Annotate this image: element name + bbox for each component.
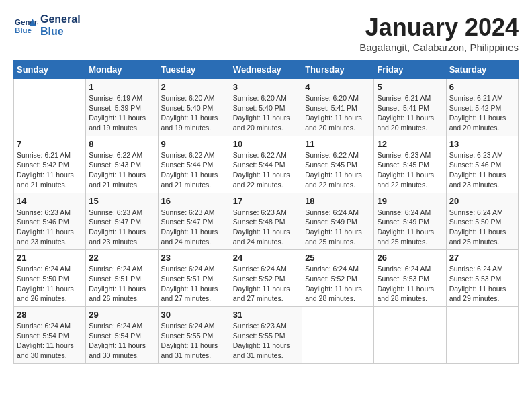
day-number: 16 (161, 196, 227, 206)
calendar-cell: 2Sunrise: 6:20 AMSunset: 5:40 PMDaylight… (158, 79, 230, 136)
calendar-cell: 27Sunrise: 6:24 AMSunset: 5:53 PMDayligh… (446, 250, 518, 307)
day-info: Sunrise: 6:24 AMSunset: 5:54 PMDaylight:… (89, 321, 154, 361)
day-info: Sunrise: 6:24 AMSunset: 5:53 PMDaylight:… (377, 264, 443, 304)
calendar-cell: 24Sunrise: 6:24 AMSunset: 5:52 PMDayligh… (230, 250, 302, 307)
header-day-wednesday: Wednesday (230, 60, 302, 79)
day-info: Sunrise: 6:21 AMSunset: 5:42 PMDaylight:… (17, 150, 83, 190)
calendar-cell: 26Sunrise: 6:24 AMSunset: 5:53 PMDayligh… (374, 250, 446, 307)
day-number: 2 (161, 82, 227, 92)
calendar-cell (374, 307, 446, 364)
day-number: 27 (449, 253, 515, 263)
day-info: Sunrise: 6:23 AMSunset: 5:46 PMDaylight:… (449, 150, 515, 190)
day-info: Sunrise: 6:24 AMSunset: 5:52 PMDaylight:… (305, 264, 371, 304)
day-info: Sunrise: 6:21 AMSunset: 5:42 PMDaylight:… (449, 93, 515, 133)
day-info: Sunrise: 6:23 AMSunset: 5:46 PMDaylight:… (17, 208, 83, 247)
day-info: Sunrise: 6:20 AMSunset: 5:40 PMDaylight:… (233, 93, 299, 133)
day-info: Sunrise: 6:23 AMSunset: 5:48 PMDaylight:… (233, 208, 299, 247)
day-number: 7 (17, 139, 83, 149)
day-info: Sunrise: 6:20 AMSunset: 5:41 PMDaylight:… (305, 93, 371, 133)
day-info: Sunrise: 6:24 AMSunset: 5:49 PMDaylight:… (377, 208, 443, 247)
day-number: 31 (233, 310, 299, 320)
day-info: Sunrise: 6:21 AMSunset: 5:41 PMDaylight:… (377, 93, 443, 133)
header-day-monday: Monday (86, 60, 158, 79)
logo-icon: General Blue (13, 15, 38, 36)
day-number: 18 (305, 196, 371, 206)
calendar-cell (302, 307, 374, 364)
calendar-cell: 17Sunrise: 6:23 AMSunset: 5:48 PMDayligh… (230, 193, 302, 250)
calendar-cell: 4Sunrise: 6:20 AMSunset: 5:41 PMDaylight… (302, 79, 374, 136)
day-number: 30 (161, 310, 227, 320)
calendar-cell: 1Sunrise: 6:19 AMSunset: 5:39 PMDaylight… (86, 79, 158, 136)
day-info: Sunrise: 6:23 AMSunset: 5:45 PMDaylight:… (377, 150, 443, 190)
calendar-cell: 19Sunrise: 6:24 AMSunset: 5:49 PMDayligh… (374, 193, 446, 250)
calendar-cell: 3Sunrise: 6:20 AMSunset: 5:40 PMDaylight… (230, 79, 302, 136)
calendar-cell: 25Sunrise: 6:24 AMSunset: 5:52 PMDayligh… (302, 250, 374, 307)
title-area: January 2024 Bagalangit, Calabarzon, Phi… (359, 13, 519, 53)
calendar-cell: 18Sunrise: 6:24 AMSunset: 5:49 PMDayligh… (302, 193, 374, 250)
day-number: 12 (377, 139, 443, 149)
day-info: Sunrise: 6:22 AMSunset: 5:43 PMDaylight:… (89, 150, 154, 190)
calendar-cell: 7Sunrise: 6:21 AMSunset: 5:42 PMDaylight… (14, 136, 86, 193)
day-number: 3 (233, 82, 299, 92)
calendar-cell: 23Sunrise: 6:24 AMSunset: 5:51 PMDayligh… (158, 250, 230, 307)
header: General Blue General Blue January 2024 B… (13, 13, 519, 53)
header-day-friday: Friday (374, 60, 446, 79)
day-number: 17 (233, 196, 299, 206)
calendar-cell: 15Sunrise: 6:23 AMSunset: 5:47 PMDayligh… (86, 193, 158, 250)
calendar-cell: 28Sunrise: 6:24 AMSunset: 5:54 PMDayligh… (14, 307, 86, 364)
day-number: 10 (233, 139, 299, 149)
calendar-header-row: SundayMondayTuesdayWednesdayThursdayFrid… (14, 60, 519, 79)
calendar-cell: 10Sunrise: 6:22 AMSunset: 5:44 PMDayligh… (230, 136, 302, 193)
day-number: 8 (89, 139, 154, 149)
day-info: Sunrise: 6:24 AMSunset: 5:53 PMDaylight:… (449, 264, 515, 304)
calendar-cell: 11Sunrise: 6:22 AMSunset: 5:45 PMDayligh… (302, 136, 374, 193)
day-number: 5 (377, 82, 443, 92)
day-number: 19 (377, 196, 443, 206)
day-number: 25 (305, 253, 371, 263)
day-number: 9 (161, 139, 227, 149)
logo: General Blue General Blue (13, 13, 81, 37)
calendar-cell (446, 307, 518, 364)
svg-text:Blue: Blue (15, 26, 32, 34)
day-number: 29 (89, 310, 154, 320)
day-info: Sunrise: 6:22 AMSunset: 5:44 PMDaylight:… (161, 150, 227, 190)
day-number: 1 (89, 82, 154, 92)
day-info: Sunrise: 6:24 AMSunset: 5:50 PMDaylight:… (449, 208, 515, 247)
header-day-sunday: Sunday (14, 60, 86, 79)
day-info: Sunrise: 6:24 AMSunset: 5:51 PMDaylight:… (89, 264, 154, 304)
day-number: 24 (233, 253, 299, 263)
calendar-cell (14, 79, 86, 136)
header-day-tuesday: Tuesday (158, 60, 230, 79)
day-info: Sunrise: 6:19 AMSunset: 5:39 PMDaylight:… (89, 93, 154, 133)
calendar-cell: 12Sunrise: 6:23 AMSunset: 5:45 PMDayligh… (374, 136, 446, 193)
calendar-cell: 14Sunrise: 6:23 AMSunset: 5:46 PMDayligh… (14, 193, 86, 250)
week-row-4: 21Sunrise: 6:24 AMSunset: 5:50 PMDayligh… (14, 250, 519, 307)
calendar-cell: 5Sunrise: 6:21 AMSunset: 5:41 PMDaylight… (374, 79, 446, 136)
day-info: Sunrise: 6:24 AMSunset: 5:54 PMDaylight:… (17, 321, 83, 361)
calendar-cell: 13Sunrise: 6:23 AMSunset: 5:46 PMDayligh… (446, 136, 518, 193)
calendar-cell: 16Sunrise: 6:23 AMSunset: 5:47 PMDayligh… (158, 193, 230, 250)
day-info: Sunrise: 6:23 AMSunset: 5:47 PMDaylight:… (89, 208, 154, 247)
logo-line1: General (40, 13, 81, 26)
day-number: 26 (377, 253, 443, 263)
day-info: Sunrise: 6:22 AMSunset: 5:44 PMDaylight:… (233, 150, 299, 190)
day-info: Sunrise: 6:23 AMSunset: 5:47 PMDaylight:… (161, 208, 227, 247)
day-number: 28 (17, 310, 83, 320)
logo-line2: Blue (40, 26, 81, 38)
header-day-saturday: Saturday (446, 60, 518, 79)
day-info: Sunrise: 6:24 AMSunset: 5:49 PMDaylight:… (305, 208, 371, 247)
calendar-cell: 8Sunrise: 6:22 AMSunset: 5:43 PMDaylight… (86, 136, 158, 193)
day-info: Sunrise: 6:24 AMSunset: 5:55 PMDaylight:… (161, 321, 227, 361)
calendar-cell: 31Sunrise: 6:23 AMSunset: 5:55 PMDayligh… (230, 307, 302, 364)
day-number: 11 (305, 139, 371, 149)
day-number: 22 (89, 253, 154, 263)
day-info: Sunrise: 6:22 AMSunset: 5:45 PMDaylight:… (305, 150, 371, 190)
day-number: 20 (449, 196, 515, 206)
calendar-cell: 6Sunrise: 6:21 AMSunset: 5:42 PMDaylight… (446, 79, 518, 136)
day-info: Sunrise: 6:23 AMSunset: 5:55 PMDaylight:… (233, 321, 299, 361)
calendar-cell: 20Sunrise: 6:24 AMSunset: 5:50 PMDayligh… (446, 193, 518, 250)
header-day-thursday: Thursday (302, 60, 374, 79)
day-number: 21 (17, 253, 83, 263)
subtitle: Bagalangit, Calabarzon, Philippines (359, 42, 519, 53)
calendar-table: SundayMondayTuesdayWednesdayThursdayFrid… (13, 60, 519, 364)
